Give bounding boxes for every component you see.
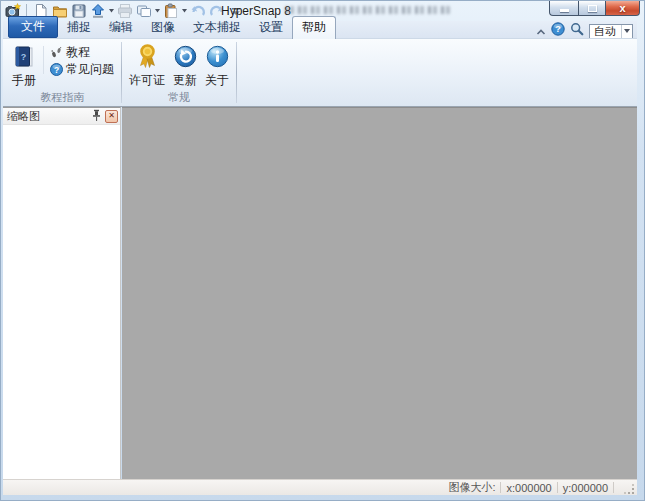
update-label: 更新: [173, 72, 197, 89]
manual-button[interactable]: ? 手册: [7, 41, 41, 92]
faq-label: 常见问题: [66, 61, 114, 78]
thumbnail-panel-title: 缩略图: [7, 109, 40, 124]
about-label: 关于: [205, 72, 229, 89]
status-separator: [557, 482, 558, 493]
close-panel-button[interactable]: ✕: [105, 110, 118, 123]
ribbon-group-general: 许可证: [123, 39, 235, 106]
about-button[interactable]: 关于: [201, 41, 233, 92]
question-circle-icon: ?: [551, 22, 565, 36]
maximize-button[interactable]: [578, 1, 605, 16]
status-separator: [500, 482, 501, 493]
question-circle-icon: ?: [50, 63, 63, 76]
glass-background-smudge: [285, 6, 451, 14]
ribbon-tab-bar: 文件 捕捉 编辑 图像 文本捕捉 设置 帮助 ?: [3, 21, 637, 38]
minimize-button[interactable]: [549, 1, 578, 16]
manual-label: 手册: [12, 72, 36, 89]
chevron-down-icon: [155, 9, 160, 13]
chevron-down-icon: [182, 9, 187, 13]
book-icon: ?: [11, 44, 37, 70]
tab-file[interactable]: 文件: [8, 16, 58, 38]
refresh-circle-icon: [174, 45, 197, 68]
thumbnail-panel-content[interactable]: [3, 125, 120, 479]
zoom-mode-dropdown[interactable]: [621, 25, 632, 38]
license-label: 许可证: [129, 72, 165, 89]
faq-button[interactable]: ? 常见问题: [46, 61, 118, 77]
tab-edit[interactable]: 编辑: [100, 17, 142, 38]
ribbon: ? 手册 教程: [3, 38, 637, 107]
tab-text-capture[interactable]: 文本捕捉: [184, 17, 250, 38]
image-size-label: 图像大小:: [448, 480, 495, 495]
license-button[interactable]: 许可证: [125, 41, 169, 92]
update-button[interactable]: 更新: [169, 41, 201, 92]
tab-help[interactable]: 帮助: [292, 16, 336, 39]
app-window: HyperSnap 8 x 文件 捕捉 编辑 图像 文本捕捉 设置 帮助: [0, 0, 645, 501]
pin-panel-button[interactable]: [91, 109, 102, 124]
zoom-mode-select[interactable]: 自动: [589, 24, 633, 39]
cursor-x-value: x:000000: [506, 482, 551, 494]
thumbnail-panel-header: 缩略图 ✕: [3, 108, 120, 125]
footprints-icon: [50, 46, 63, 59]
close-icon: x: [619, 3, 625, 14]
thumbnail-panel: 缩略图 ✕: [3, 107, 121, 479]
tutorial-button[interactable]: 教程: [46, 44, 118, 60]
tab-image[interactable]: 图像: [142, 17, 184, 38]
status-separator: [613, 482, 614, 493]
zoom-mode-value: 自动: [590, 24, 621, 39]
status-bar: 图像大小: x:000000 y:000000: [3, 479, 637, 495]
maximize-icon: [588, 5, 597, 12]
ribbon-group-separator: [121, 42, 122, 103]
close-icon: ✕: [108, 112, 115, 120]
info-circle-icon: [206, 45, 229, 68]
svg-text:?: ?: [54, 64, 59, 74]
minimize-icon: [560, 9, 569, 12]
group-label-tutorial-guide: 教程指南: [5, 90, 120, 105]
chevron-down-icon: [109, 9, 114, 13]
window-title: HyperSnap 8: [221, 4, 291, 18]
svg-text:?: ?: [21, 51, 27, 61]
gold-medal-icon: [136, 43, 159, 70]
close-button[interactable]: x: [605, 1, 640, 16]
resize-grip[interactable]: [623, 483, 635, 495]
chevron-up-icon: [536, 29, 546, 36]
chevron-down-icon: [624, 29, 630, 33]
group-inner-separator: [43, 46, 44, 74]
window-controls: x: [549, 1, 640, 16]
ribbon-group-tutorial-guide: ? 手册 教程: [5, 39, 120, 106]
group-label-general: 常规: [123, 90, 235, 105]
magnifier-icon: [570, 22, 584, 36]
workspace-canvas[interactable]: [122, 107, 637, 479]
resize-grip-icon: [623, 483, 635, 495]
cursor-y-value: y:000000: [563, 482, 608, 494]
ribbon-group-separator: [236, 42, 237, 103]
tutorial-label: 教程: [66, 44, 90, 61]
tab-capture[interactable]: 捕捉: [58, 17, 100, 38]
pin-icon: [91, 109, 102, 122]
tab-settings[interactable]: 设置: [250, 17, 292, 38]
svg-text:?: ?: [555, 24, 561, 34]
